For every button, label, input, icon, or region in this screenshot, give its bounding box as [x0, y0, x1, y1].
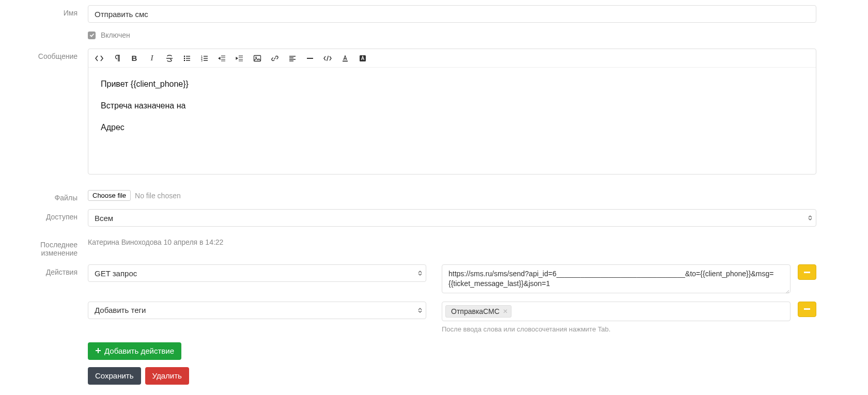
tags-hint: После ввода слова или словосочетания наж… [442, 325, 791, 333]
plus-icon [95, 346, 101, 355]
action-url-textarea[interactable]: https://sms.ru/sms/send?api_id=6________… [442, 264, 791, 293]
code-view-icon[interactable] [91, 51, 107, 66]
tag-chip: ОтправкаСМС ✕ [445, 305, 512, 318]
html-icon[interactable] [320, 51, 335, 66]
select-arrows-icon [808, 215, 812, 221]
svg-point-1 [184, 57, 185, 58]
text-color-icon[interactable] [337, 51, 353, 66]
indent-icon[interactable] [232, 51, 247, 66]
available-select-value: Всем [95, 214, 113, 223]
add-action-button[interactable]: Добавить действие [88, 342, 181, 360]
horizontal-rule-icon[interactable] [302, 51, 318, 66]
choose-file-button[interactable]: Choose file [88, 190, 131, 201]
select-arrows-icon [418, 270, 422, 276]
tag-label: ОтправкаСМС [451, 307, 500, 315]
resize-handle-icon[interactable] [784, 287, 789, 292]
editor-line: Адрес [101, 121, 803, 134]
label-last-change: Последнее изменение [5, 237, 88, 257]
add-action-label: Добавить действие [104, 346, 174, 355]
label-files: Файлы [5, 190, 88, 202]
label-message: Сообщение [5, 49, 88, 60]
remove-action-button[interactable] [798, 264, 816, 280]
save-button[interactable]: Сохранить [88, 367, 141, 385]
svg-rect-6 [254, 55, 261, 61]
tag-remove-icon[interactable]: ✕ [503, 308, 508, 315]
svg-text:3: 3 [201, 58, 203, 61]
bold-icon[interactable]: B [127, 51, 142, 66]
action-type-select-2[interactable]: Добавить теги [88, 302, 426, 319]
svg-point-0 [184, 55, 185, 56]
label-available: Доступен [5, 209, 88, 221]
select-arrows-icon [418, 307, 422, 313]
delete-button[interactable]: Удалить [145, 367, 189, 385]
unordered-list-icon[interactable] [179, 51, 195, 66]
editor-content[interactable]: Привет {{client_phone}} Встреча назначен… [88, 68, 816, 174]
tags-input[interactable]: ОтправкаСМС ✕ [442, 302, 791, 321]
editor-line: Встреча назначена на [101, 100, 803, 112]
enabled-label: Включен [101, 31, 130, 39]
label-name: Имя [5, 5, 88, 17]
available-select[interactable]: Всем [88, 209, 816, 227]
link-icon[interactable] [267, 51, 283, 66]
ordered-list-icon[interactable]: 123 [197, 51, 212, 66]
italic-icon[interactable]: I [144, 51, 160, 66]
svg-point-7 [255, 56, 257, 58]
svg-point-2 [184, 59, 185, 60]
paragraph-icon[interactable] [109, 51, 125, 66]
outdent-icon[interactable] [214, 51, 230, 66]
action-type-value: GET запрос [95, 269, 137, 278]
editor-toolbar: B I 123 [88, 49, 816, 68]
label-actions: Действия [5, 264, 88, 276]
last-change-value: Катерина Виноходова 10 апреля в 14:22 [88, 237, 816, 246]
rich-text-editor: B I 123 Привет {{client_phone}} [88, 49, 816, 175]
file-status: No file chosen [135, 192, 181, 200]
strikethrough-icon[interactable] [162, 51, 177, 66]
remove-action-button[interactable] [798, 302, 816, 317]
svg-rect-11 [804, 308, 810, 310]
image-icon[interactable] [250, 51, 265, 66]
editor-line: Привет {{client_phone}} [101, 78, 803, 90]
enabled-checkbox[interactable] [88, 31, 96, 39]
svg-rect-8 [343, 60, 348, 61]
action-type-value: Добавить теги [95, 306, 146, 314]
svg-rect-10 [804, 272, 810, 273]
action-type-select-1[interactable]: GET запрос [88, 264, 426, 282]
background-color-icon[interactable] [355, 51, 370, 66]
name-input[interactable] [88, 5, 816, 23]
align-icon[interactable] [285, 51, 300, 66]
